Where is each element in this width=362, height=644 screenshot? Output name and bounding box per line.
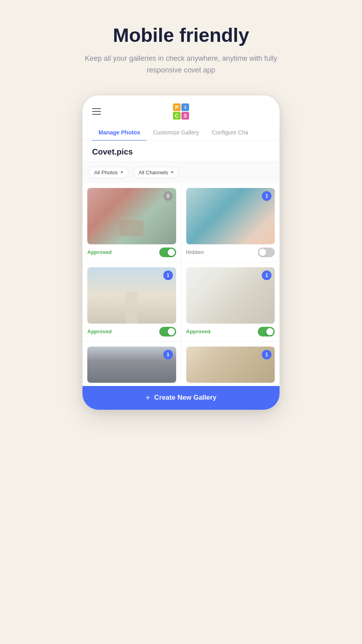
tab-manage-photos[interactable]: Manage Photos xyxy=(92,124,146,140)
photo-image-3: 1 xyxy=(87,267,176,324)
gallery-title-bar: Covet.pics xyxy=(82,141,280,162)
chevron-down-icon xyxy=(120,171,123,173)
photo-image-5: 1 xyxy=(87,347,176,383)
toggle-2[interactable] xyxy=(258,248,275,257)
tab-configure-channels[interactable]: Configure Cha xyxy=(206,124,255,140)
app-logo: P I C S xyxy=(173,103,189,120)
photo-cell-3: 1 Approved xyxy=(82,262,181,341)
status-label-1: Approved xyxy=(87,249,112,255)
photo-badge-4: 1 xyxy=(262,270,272,280)
photo-badge-3: 1 xyxy=(163,270,173,280)
photo-badge-6: 1 xyxy=(262,350,272,359)
photo-status-row-3: Approved xyxy=(87,327,176,336)
photo-image-2: 1 xyxy=(186,188,275,244)
toggle-3[interactable] xyxy=(159,327,176,336)
photo-image-4: 1 xyxy=(186,267,275,324)
photo-image-1: 0 xyxy=(87,188,176,244)
gallery-title: Covet.pics xyxy=(92,147,270,157)
logo-p: P xyxy=(173,103,181,111)
hamburger-icon[interactable] xyxy=(92,108,101,115)
page-header: Mobile friendly Keep all your galleries … xyxy=(84,24,278,76)
create-gallery-button[interactable]: + Create New Gallery xyxy=(82,386,280,410)
page-subtitle: Keep all your galleries in check anywher… xyxy=(84,53,278,76)
status-label-4: Approved xyxy=(186,328,211,334)
photo-grid: 0 Approved 1 Hidden 1 Approved xyxy=(82,183,280,386)
photo-cell-6: 1 xyxy=(181,342,280,386)
status-label-3: Approved xyxy=(87,328,112,334)
filter-row: All Photos All Channels xyxy=(82,162,280,183)
photo-cell-5: 1 xyxy=(82,342,181,386)
photo-badge-1: 0 xyxy=(163,191,173,201)
chevron-down-icon-2 xyxy=(171,171,174,173)
photo-image-6: 1 xyxy=(186,347,275,383)
photo-status-row-4: Approved xyxy=(186,327,275,336)
toggle-1[interactable] xyxy=(159,248,176,257)
all-photos-filter[interactable]: All Photos xyxy=(89,167,129,178)
photo-cell-4: 1 Approved xyxy=(181,262,280,341)
logo-s: S xyxy=(181,112,189,120)
page-title: Mobile friendly xyxy=(84,24,278,46)
create-gallery-label: Create New Gallery xyxy=(154,394,216,402)
all-channels-label: All Channels xyxy=(139,169,168,175)
phone-mockup: P I C S Manage Photos Customize Gallery … xyxy=(82,95,280,410)
status-label-2: Hidden xyxy=(186,249,204,255)
photo-status-row-1: Approved xyxy=(87,248,176,257)
photo-status-row-2: Hidden xyxy=(186,248,275,257)
toggle-4[interactable] xyxy=(258,327,275,336)
plus-icon: + xyxy=(146,393,150,402)
phone-header: P I C S xyxy=(82,95,280,124)
all-photos-label: All Photos xyxy=(94,169,118,175)
tabs-row: Manage Photos Customize Gallery Configur… xyxy=(82,124,280,141)
logo-c: C xyxy=(173,112,181,120)
photo-badge-5: 1 xyxy=(163,350,173,359)
photo-badge-2: 1 xyxy=(262,191,272,201)
tab-customize-gallery[interactable]: Customize Gallery xyxy=(146,124,205,140)
photo-cell-1: 0 Approved xyxy=(82,183,181,262)
all-channels-filter[interactable]: All Channels xyxy=(134,167,179,178)
photo-cell-2: 1 Hidden xyxy=(181,183,280,262)
logo-i: I xyxy=(181,103,189,111)
